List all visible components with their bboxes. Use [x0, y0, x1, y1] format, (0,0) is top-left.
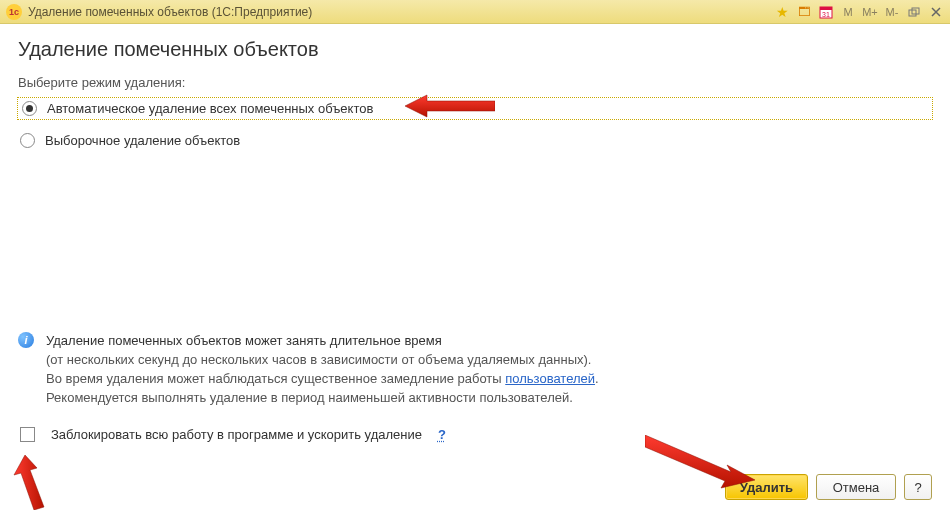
window-close-button[interactable]	[926, 3, 946, 21]
titlebar: 1c Удаление помеченных объектов (1С:Пред…	[0, 0, 950, 24]
mode-auto-row[interactable]: Автоматическое удаление всех помеченных …	[18, 98, 932, 119]
calendar-icon[interactable]: 31	[816, 3, 836, 21]
block-work-checkbox[interactable]	[20, 427, 35, 442]
window-restore-button[interactable]	[904, 3, 924, 21]
annotation-arrow-icon	[10, 455, 60, 510]
mode-selective-label: Выборочное удаление объектов	[45, 133, 240, 148]
mode-selective-row[interactable]: Выборочное удаление объектов	[18, 129, 932, 152]
info-text: Удаление помеченных объектов может занят…	[46, 332, 599, 407]
memory-m-button[interactable]: M	[838, 3, 858, 21]
block-work-help[interactable]: ?	[438, 427, 446, 442]
mode-auto-radio[interactable]	[22, 101, 37, 116]
calculator-icon[interactable]: 🗔	[794, 3, 814, 21]
memory-mplus-button[interactable]: M+	[860, 3, 880, 21]
favorite-icon[interactable]: ★	[772, 3, 792, 21]
mode-prompt: Выберите режим удаления:	[18, 75, 932, 90]
mode-auto-label: Автоматическое удаление всех помеченных …	[47, 101, 373, 116]
block-work-label: Заблокировать всю работу в программе и у…	[51, 427, 422, 442]
help-button[interactable]: ?	[904, 474, 932, 500]
svg-rect-1	[820, 7, 832, 10]
info-icon: i	[18, 332, 34, 348]
window-title: Удаление помеченных объектов (1С:Предпри…	[28, 5, 312, 19]
app-logo-icon: 1c	[6, 4, 22, 20]
delete-button[interactable]: Удалить	[725, 474, 808, 500]
cancel-button[interactable]: Отмена	[816, 474, 896, 500]
svg-marker-6	[14, 455, 44, 510]
memory-mminus-button[interactable]: M-	[882, 3, 902, 21]
users-link[interactable]: пользователей	[505, 371, 595, 386]
svg-text:31: 31	[822, 11, 830, 18]
page-title: Удаление помеченных объектов	[18, 38, 932, 61]
mode-selective-radio[interactable]	[20, 133, 35, 148]
